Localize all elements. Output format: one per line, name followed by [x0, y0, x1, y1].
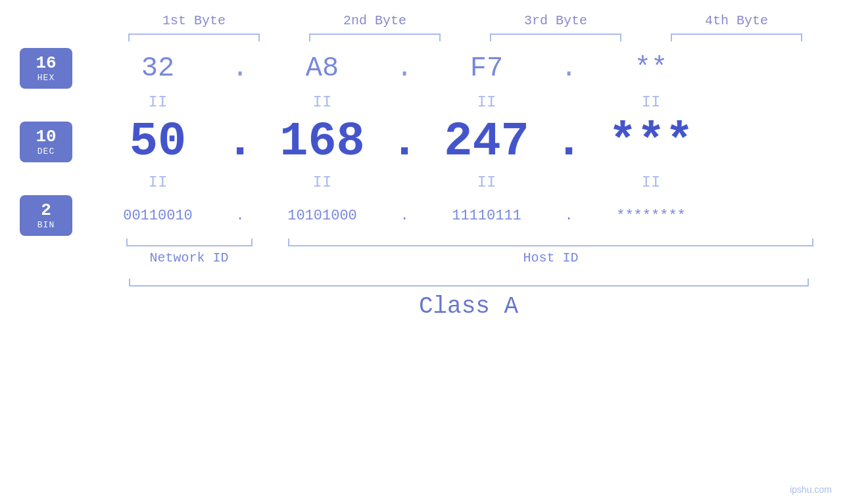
- hex-sep2: .: [388, 53, 421, 84]
- eq1-b3: II: [421, 93, 552, 111]
- outer-bracket: [129, 279, 809, 286]
- bottom-bracket-section: Network ID Host ID: [107, 239, 831, 265]
- hex-byte1: 32: [92, 53, 224, 84]
- bin-byte3: 11110111: [421, 208, 552, 224]
- network-id-label: Network ID: [149, 250, 228, 265]
- bin-badge-label: BIN: [37, 220, 55, 230]
- main-container: 1st Byte 2nd Byte 3rd Byte 4th Byte 16 H…: [0, 0, 845, 504]
- dec-badge-number: 10: [36, 127, 56, 147]
- bin-sep2: .: [388, 208, 421, 224]
- bin-sep1: .: [224, 208, 256, 224]
- host-bracket: [288, 239, 813, 246]
- dec-byte1: 50: [92, 115, 224, 169]
- eq2-b1: II: [92, 173, 224, 191]
- byte-headers: 1st Byte 2nd Byte 3rd Byte 4th Byte: [104, 13, 827, 28]
- class-label: Class A: [419, 293, 518, 320]
- hex-values: 32 . A8 . F7 . **: [92, 53, 845, 84]
- hex-badge-number: 16: [36, 54, 56, 73]
- dec-byte4: ***: [585, 115, 717, 169]
- watermark: ipshu.com: [790, 484, 832, 495]
- hex-byte4: **: [585, 53, 717, 84]
- hex-byte3: F7: [421, 53, 552, 84]
- bracket-byte2: [309, 34, 441, 41]
- bin-sep3: .: [552, 208, 585, 224]
- hex-row: 32 . A8 . F7 . **: [92, 53, 845, 84]
- eq2-b2: II: [256, 173, 388, 191]
- eq2-row: II II II II: [92, 169, 845, 195]
- hex-byte2: A8: [256, 53, 388, 84]
- eq1-b1: II: [92, 93, 224, 111]
- grid-wrapper: 16 HEX 32 . A8 . F7: [0, 48, 845, 236]
- bin-values: 00110010 . 10101000 . 11110111 .: [92, 208, 845, 224]
- network-id-section: Network ID: [107, 239, 272, 265]
- bracket-byte4: [671, 34, 802, 41]
- dec-row: 50 . 168 . 247 . ***: [92, 115, 845, 169]
- byte3-header: 3rd Byte: [490, 13, 621, 28]
- bin-badge-number: 2: [41, 201, 51, 220]
- host-id-label: Host ID: [523, 250, 578, 265]
- eq1-b2: II: [256, 93, 388, 111]
- bin-row: 00110010 . 10101000 . 11110111 .: [92, 208, 845, 224]
- hex-sep1: .: [224, 53, 256, 84]
- bin-byte4: ********: [585, 208, 717, 224]
- eq2-values: II II II II: [92, 169, 845, 195]
- host-id-section: Host ID: [272, 239, 831, 265]
- byte1-header: 1st Byte: [128, 13, 260, 28]
- dec-sep1: .: [224, 115, 256, 169]
- eq1-b4: II: [585, 93, 717, 111]
- hex-sep3: .: [552, 53, 585, 84]
- dec-byte2: 168: [256, 115, 388, 169]
- dec-badge: 10 DEC: [20, 122, 72, 162]
- hex-badge: 16 HEX: [20, 48, 72, 89]
- eq1-row: II II II II: [92, 89, 845, 115]
- class-label-row: Class A: [129, 293, 809, 320]
- dec-byte3: 247: [421, 115, 552, 169]
- bin-badge-cell: 2 BIN: [0, 195, 92, 236]
- byte2-header: 2nd Byte: [309, 13, 441, 28]
- bracket-byte1: [128, 34, 260, 41]
- byte4-header: 4th Byte: [671, 13, 802, 28]
- bin-badge: 2 BIN: [20, 195, 72, 236]
- network-bracket: [126, 239, 253, 246]
- eq1-values: II II II II: [92, 89, 845, 115]
- dec-badge-cell: 10 DEC: [0, 122, 92, 162]
- bin-byte2: 10101000: [256, 208, 388, 224]
- dec-sep3: .: [552, 115, 585, 169]
- dec-badge-label: DEC: [37, 147, 55, 156]
- hex-badge-cell: 16 HEX: [0, 48, 92, 89]
- bracket-byte3: [490, 34, 621, 41]
- hex-badge-label: HEX: [37, 73, 55, 83]
- eq2-b3: II: [421, 173, 552, 191]
- top-brackets: [104, 34, 827, 41]
- dec-values: 50 . 168 . 247 . ***: [92, 115, 845, 169]
- dec-sep2: .: [388, 115, 421, 169]
- eq2-b4: II: [585, 173, 717, 191]
- bin-byte1: 00110010: [92, 208, 224, 224]
